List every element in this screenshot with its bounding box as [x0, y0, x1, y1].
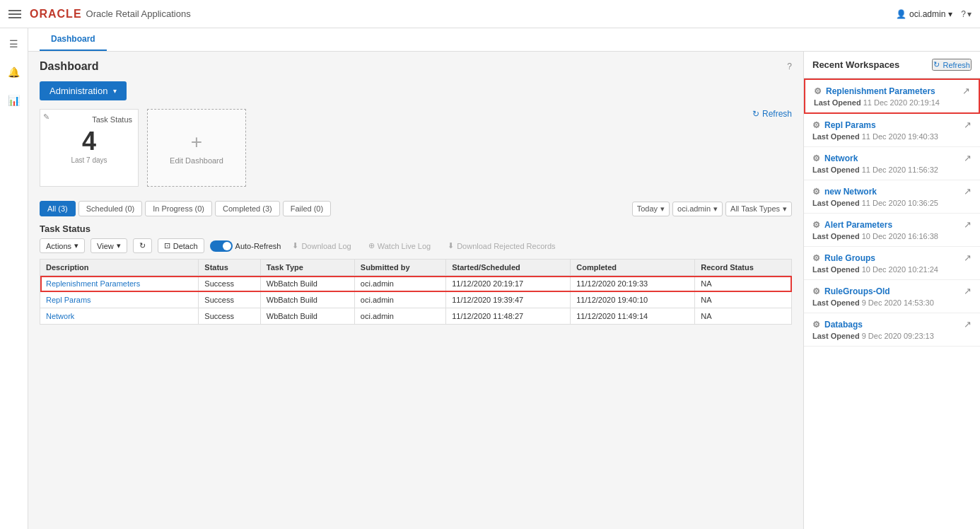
date-filter-select[interactable]: Today ▾: [632, 202, 670, 216]
share-icon[interactable]: ↗: [964, 186, 972, 197]
download-rejected-button: ⬇ Download Rejected Records: [442, 239, 561, 252]
dashboard-main: Dashboard ? Administration ▾ ✎ Task Stat…: [28, 52, 803, 529]
right-panel-refresh-button[interactable]: ↻ Refresh: [932, 59, 972, 71]
workspace-item: ⚙Network↗Last Opened 11 Dec 2020 11:56:3…: [804, 147, 980, 180]
cell-completed: 11/12/2020 19:40:10: [571, 292, 695, 308]
cell-description[interactable]: Network: [40, 308, 199, 325]
download-rejected-icon: ⬇: [448, 241, 454, 250]
right-panel-title: Recent Workspaces: [812, 59, 899, 70]
gear-icon: ⚙: [812, 286, 820, 296]
workspace-name[interactable]: ⚙Alert Parameters: [812, 220, 892, 230]
pencil-icon[interactable]: ✎: [43, 112, 49, 122]
page-title: Dashboard: [40, 60, 99, 73]
sidebar-icon-charts[interactable]: 📊: [4, 91, 24, 110]
last-opened-label: Last Opened: [812, 199, 862, 207]
share-icon[interactable]: ↗: [962, 86, 970, 96]
user-info[interactable]: 👤 oci.admin ▾: [896, 9, 952, 19]
filter-tab-inprogress[interactable]: In Progress (0): [145, 201, 212, 216]
col-submitted: Submitted by: [354, 260, 445, 276]
workspace-item-header: ⚙new Network↗: [812, 186, 972, 197]
filter-tab-failed[interactable]: Failed (0): [283, 201, 331, 216]
last-opened-value: 10 Dec 2020 10:21:24: [862, 265, 938, 274]
workspace-name[interactable]: ⚙Replenishment Parameters: [814, 86, 935, 96]
workspace-meta: Last Opened 11 Dec 2020 11:56:32: [812, 165, 972, 174]
reload-button[interactable]: ↻: [133, 238, 152, 253]
sidebar-icon-tasks[interactable]: ☰: [4, 34, 24, 54]
table-row[interactable]: NetworkSuccessWbBatch Buildoci.admin11/1…: [40, 308, 792, 325]
sidebar-icon-notifications[interactable]: 🔔: [4, 62, 24, 82]
share-icon[interactable]: ↗: [964, 319, 972, 330]
workspace-name[interactable]: ⚙Repl Params: [812, 120, 876, 130]
admin-dropdown[interactable]: Administration ▾: [40, 81, 127, 100]
tasktype-filter-select[interactable]: All Task Types ▾: [725, 202, 792, 216]
cell-task-type: WbBatch Build: [260, 276, 354, 292]
cell-started: 11/12/2020 11:48:27: [446, 308, 571, 325]
widget-sub: Last 7 days: [46, 156, 132, 164]
workspace-item-header: ⚙Repl Params↗: [812, 120, 972, 130]
filter-tab-all[interactable]: All (3): [40, 201, 76, 216]
add-icon: +: [191, 131, 202, 153]
workspace-name-text: Rule Groups: [824, 253, 875, 263]
workspace-item-header: ⚙Rule Groups↗: [812, 252, 972, 263]
col-record-status: Record Status: [695, 260, 792, 276]
col-started: Started/Scheduled: [446, 260, 571, 276]
watch-icon: ⊕: [368, 241, 375, 250]
share-icon[interactable]: ↗: [964, 120, 972, 130]
cell-description[interactable]: Repl Params: [40, 292, 199, 308]
cell-record-status: NA: [695, 308, 792, 325]
workspace-name[interactable]: ⚙Databags: [812, 320, 863, 330]
share-icon[interactable]: ↗: [964, 252, 972, 263]
cell-submitted-by: oci.admin: [354, 276, 445, 292]
share-icon[interactable]: ↗: [964, 286, 972, 296]
gear-icon: ⚙: [814, 86, 822, 96]
toggle-track[interactable]: [210, 240, 233, 252]
workspace-item: ⚙Databags↗Last Opened 9 Dec 2020 09:23:1…: [804, 313, 980, 347]
date-filter-caret: ▾: [660, 204, 665, 214]
tasktype-filter-label: All Task Types: [730, 204, 780, 213]
cell-description[interactable]: Replenishment Parameters: [40, 276, 199, 292]
share-icon[interactable]: ↗: [964, 153, 972, 163]
help-button[interactable]: ? ▾: [961, 9, 972, 19]
row-link-0[interactable]: Replenishment Parameters: [46, 279, 140, 288]
workspace-name[interactable]: ⚙Network: [812, 153, 858, 163]
toolbar: Actions ▾ View ▾ ↻ ⊡ Detach: [40, 238, 792, 253]
workspace-name[interactable]: ⚙new Network: [812, 187, 877, 197]
workspace-meta: Last Opened 10 Dec 2020 16:16:38: [812, 232, 972, 240]
user-filter-label: oci.admin: [677, 204, 711, 213]
hamburger-menu[interactable]: [8, 10, 21, 18]
filter-tab-scheduled[interactable]: Scheduled (0): [78, 201, 143, 216]
filter-tab-completed[interactable]: Completed (3): [215, 201, 280, 216]
app-title: Oracle Retail Applications: [86, 8, 191, 19]
edit-dashboard-label: Edit Dashboard: [170, 156, 223, 165]
user-filter-select[interactable]: oci.admin ▾: [672, 202, 723, 216]
detach-button[interactable]: ⊡ Detach: [158, 238, 204, 253]
workspace-item: ⚙Rule Groups↗Last Opened 10 Dec 2020 10:…: [804, 247, 980, 280]
actions-button[interactable]: Actions ▾: [40, 238, 85, 253]
workspace-name[interactable]: ⚙RuleGroups-Old: [812, 286, 890, 296]
workspace-meta: Last Opened 11 Dec 2020 20:19:14: [814, 98, 970, 107]
workspace-meta: Last Opened 9 Dec 2020 09:23:13: [812, 332, 972, 340]
page-help-icon[interactable]: ?: [787, 62, 792, 71]
tab-dashboard[interactable]: Dashboard: [40, 28, 107, 51]
download-log-label: Download Log: [301, 242, 351, 250]
workspace-name[interactable]: ⚙Rule Groups: [812, 253, 875, 263]
table-row[interactable]: Replenishment ParametersSuccessWbBatch B…: [40, 276, 792, 292]
add-widget-button[interactable]: + Edit Dashboard: [147, 109, 246, 187]
share-icon[interactable]: ↗: [964, 219, 972, 230]
refresh-button[interactable]: ↻ Refresh: [752, 109, 792, 119]
workspace-item-header: ⚙Alert Parameters↗: [812, 219, 972, 230]
actions-label: Actions: [46, 242, 71, 250]
download-rejected-label: Download Rejected Records: [457, 242, 555, 250]
filter-tabs: All (3) Scheduled (0) In Progress (0) Co…: [40, 201, 792, 216]
actions-caret-icon: ▾: [74, 241, 78, 250]
help-icon: ?: [961, 9, 966, 19]
workspace-item-header: ⚙Databags↗: [812, 319, 972, 330]
row-link-2[interactable]: Network: [46, 312, 74, 320]
left-sidebar: ☰ 🔔 📊: [0, 28, 28, 529]
auto-refresh-toggle[interactable]: Auto-Refresh: [210, 240, 281, 252]
view-button[interactable]: View ▾: [91, 238, 127, 253]
right-panel: Recent Workspaces ↻ Refresh ⚙Replenishme…: [803, 52, 980, 529]
row-link-1[interactable]: Repl Params: [46, 296, 91, 304]
table-row[interactable]: Repl ParamsSuccessWbBatch Buildoci.admin…: [40, 292, 792, 308]
top-nav: ORACLE Oracle Retail Applications 👤 oci.…: [0, 0, 980, 28]
